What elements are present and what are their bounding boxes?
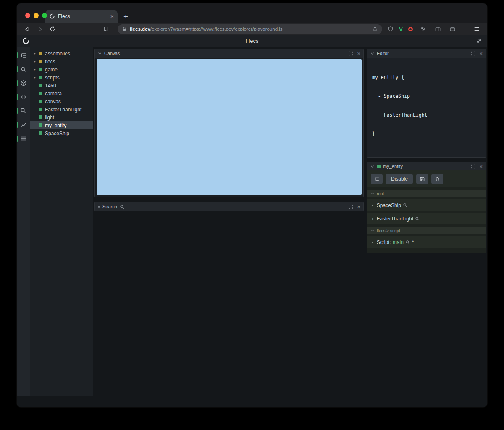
code-editor[interactable]: my_entity { - SpaceShip - FasterThanLigh… [368,58,486,157]
tree-item-canvas[interactable]: canvas [30,97,93,105]
tree-item-scripts[interactable]: ▸ scripts [30,73,93,81]
extensions-puzzle-icon[interactable] [418,24,428,34]
code-line: - FasterThanLight [372,112,481,118]
delete-icon-button[interactable] [431,174,443,184]
tree-item-fasterthanlight[interactable]: FasterThanLight [30,105,93,113]
entities-cube-icon[interactable] [17,79,30,87]
hierarchy-button[interactable] [371,174,383,184]
tree-item-label: flecs [45,59,55,65]
entity-icon [39,92,42,95]
extension-v-icon[interactable]: V [399,26,403,32]
charts-tool-icon[interactable] [17,121,30,129]
tree-item-label: canvas [45,99,61,105]
canvas-body [95,58,363,197]
editor-panel: Editor × my_entity { - SpaceShip - Faste… [367,49,486,158]
bullet-icon: • [372,203,373,208]
shield-icon[interactable] [386,24,395,34]
component-name: SpaceShip [377,202,401,208]
share-link-icon[interactable] [476,38,482,44]
tree-item-light[interactable]: light [30,113,93,121]
close-window-button[interactable] [25,13,30,18]
share-icon[interactable] [372,26,378,32]
tree-item-game[interactable]: ▸ game [30,66,93,73]
tree-item-my-entity[interactable]: my_entity [30,121,93,129]
chevron-down-icon[interactable] [370,165,374,168]
section-header-flecs-script[interactable]: flecs > script [368,227,486,234]
expand-icon[interactable] [349,205,353,209]
inspect-tool-icon[interactable] [17,107,30,115]
stats-tool-icon[interactable] [17,134,30,143]
expand-icon[interactable] [471,51,475,56]
wallet-icon[interactable] [448,24,457,34]
tree-item-label: 1460 [45,83,56,89]
code-line: my_entity { [372,74,481,81]
expand-arrow-icon[interactable]: ▸ [34,52,39,55]
bullet-icon: • [372,216,373,221]
entity-icon [39,123,42,127]
canvas-panel-header: Canvas × [95,49,363,58]
forward-icon[interactable] [35,24,44,34]
app-body: ▸ assemblies ▸ flecs ▸ game ▸ sc [17,47,487,396]
expand-arrow-icon[interactable]: ▸ [34,76,39,79]
query-magnifier-icon[interactable] [415,216,420,221]
disable-button[interactable]: Disable [386,174,413,184]
zoom-window-button[interactable] [42,13,47,18]
query-magnifier-icon[interactable] [403,203,407,207]
url-text: flecs.dev/explorer/?wasm=https://www.fle… [130,26,370,31]
traffic-lights [25,3,47,23]
entity-tree-icon[interactable] [17,51,30,60]
magnifier-icon [120,205,124,209]
bookmark-icon[interactable] [101,24,110,34]
expand-icon[interactable] [471,164,475,169]
back-icon[interactable] [23,24,32,34]
tab-strip: Flecs × + [17,3,487,23]
tree-item-1460[interactable]: 1460 [30,81,93,89]
code-line: - SpaceShip [372,93,481,100]
minimize-window-button[interactable] [34,13,39,18]
inspector-body: Disable root • [368,170,486,253]
component-row-fasterthanlight: • FasterThanLight [368,213,486,224]
side-panel-icon[interactable] [433,24,442,34]
extensions-area: V [399,24,481,34]
close-icon[interactable]: × [357,51,360,56]
tree-item-label: FasterThanLight [45,107,81,113]
expand-arrow-icon[interactable]: ▸ [34,68,39,71]
tree-item-camera[interactable]: camera [30,89,93,97]
tree-item-label: SpaceShip [45,131,69,136]
save-icon-button[interactable] [416,174,428,184]
tree-item-flecs[interactable]: ▸ flecs [30,58,93,66]
close-icon[interactable]: × [479,51,483,56]
entity-icon [39,131,42,135]
expand-arrow-icon[interactable]: ▸ [34,60,39,63]
search-panel: Search × [94,202,364,211]
panel-title: Canvas [104,51,120,56]
entity-icon [377,165,381,168]
entity-icon [39,84,42,87]
expand-icon[interactable] [349,51,353,56]
search-tool-icon[interactable] [17,65,30,73]
new-tab-button[interactable]: + [123,13,128,21]
entity-icon [39,68,42,71]
query-magnifier-icon[interactable] [405,240,410,244]
tree-item-spaceship[interactable]: SpaceShip [30,129,93,137]
section-header-root[interactable]: root [368,190,486,197]
tree-item-assemblies[interactable]: ▸ assemblies [30,50,93,58]
entity-icon [39,115,42,119]
module-icon [39,52,42,55]
app-title: Flecs [245,38,258,44]
menu-icon[interactable] [472,24,481,34]
close-icon[interactable]: × [357,204,360,210]
chevron-down-icon[interactable] [98,52,102,55]
close-icon[interactable]: × [479,164,483,169]
chevron-down-icon[interactable] [370,52,374,55]
entity-icon [39,100,42,103]
extension-record-icon[interactable] [408,27,413,31]
tab-close-icon[interactable]: × [110,13,114,19]
browser-tab[interactable]: Flecs × [45,10,118,23]
reload-icon[interactable] [48,24,57,34]
flecs-favicon-icon [49,13,55,19]
address-bar[interactable]: flecs.dev/explorer/?wasm=https://www.fle… [118,24,383,34]
code-tool-icon[interactable] [17,93,30,101]
render-canvas[interactable] [97,59,362,195]
canvas-panel: Canvas × [94,49,364,197]
